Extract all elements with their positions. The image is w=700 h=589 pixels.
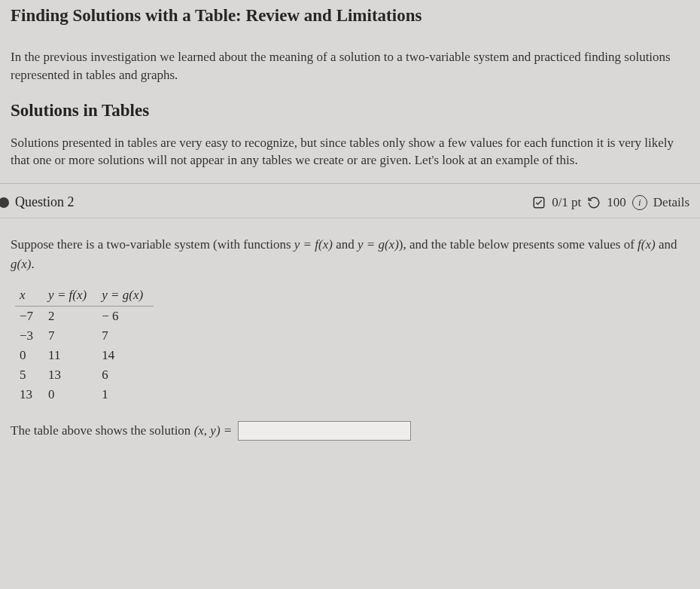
question-label: Question 2 bbox=[15, 194, 75, 210]
intro-text: In the previous investigation we learned… bbox=[11, 48, 689, 84]
cell-x: 5 bbox=[15, 365, 44, 385]
lesson-header-section: Finding Solutions with a Table: Review a… bbox=[0, 0, 700, 184]
question-header-bar: Question 2 0/1 pt 100 i Details bbox=[0, 184, 700, 218]
answer-label: The table above shows the solution (x, y… bbox=[11, 423, 232, 438]
cell-x: −3 bbox=[15, 326, 44, 346]
cell-g: 1 bbox=[97, 385, 154, 404]
cell-x: 0 bbox=[15, 346, 44, 365]
col-fx: y = f(x) bbox=[44, 285, 97, 307]
bullet-icon bbox=[0, 197, 9, 208]
question-body: Suppose there is a two-variable system (… bbox=[0, 218, 700, 451]
sub-heading: Solutions in Tables bbox=[11, 101, 689, 121]
col-gx: y = g(x) bbox=[97, 285, 154, 307]
question-prompt: Suppose there is a two-variable system (… bbox=[11, 235, 689, 273]
cell-x: 13 bbox=[15, 385, 44, 404]
info-icon[interactable]: i bbox=[632, 195, 647, 210]
cell-f: 2 bbox=[44, 307, 97, 327]
answer-row: The table above shows the solution (x, y… bbox=[11, 421, 689, 441]
check-icon bbox=[532, 196, 546, 209]
question-meta-group: 0/1 pt 100 i Details bbox=[532, 195, 689, 210]
values-table: x y = f(x) y = g(x) −7 2 − 6 −3 7 7 0 11… bbox=[15, 285, 154, 404]
table-row: −7 2 − 6 bbox=[15, 307, 154, 327]
question-label-group: Question 2 bbox=[0, 194, 75, 210]
cell-f: 0 bbox=[44, 385, 97, 404]
cell-x: −7 bbox=[15, 307, 44, 327]
retries-text: 100 bbox=[607, 195, 626, 210]
body-text: Solutions presented in tables are very e… bbox=[11, 134, 689, 170]
cell-f: 13 bbox=[44, 365, 97, 385]
table-row: 5 13 6 bbox=[15, 365, 154, 385]
table-header-row: x y = f(x) y = g(x) bbox=[15, 285, 154, 307]
table-row: −3 7 7 bbox=[15, 326, 154, 346]
cell-g: 7 bbox=[97, 326, 154, 346]
table-row: 13 0 1 bbox=[15, 385, 154, 404]
cell-g: 6 bbox=[97, 365, 154, 385]
solution-input[interactable] bbox=[238, 421, 411, 441]
score-text: 0/1 pt bbox=[552, 195, 581, 210]
table-row: 0 11 14 bbox=[15, 346, 154, 365]
page-title: Finding Solutions with a Table: Review a… bbox=[11, 6, 689, 26]
cell-g: − 6 bbox=[97, 307, 154, 327]
retry-icon[interactable] bbox=[587, 196, 601, 209]
col-x: x bbox=[15, 285, 44, 307]
details-link[interactable]: Details bbox=[653, 195, 689, 210]
cell-f: 7 bbox=[44, 326, 97, 346]
cell-f: 11 bbox=[44, 346, 97, 365]
cell-g: 14 bbox=[97, 346, 154, 365]
